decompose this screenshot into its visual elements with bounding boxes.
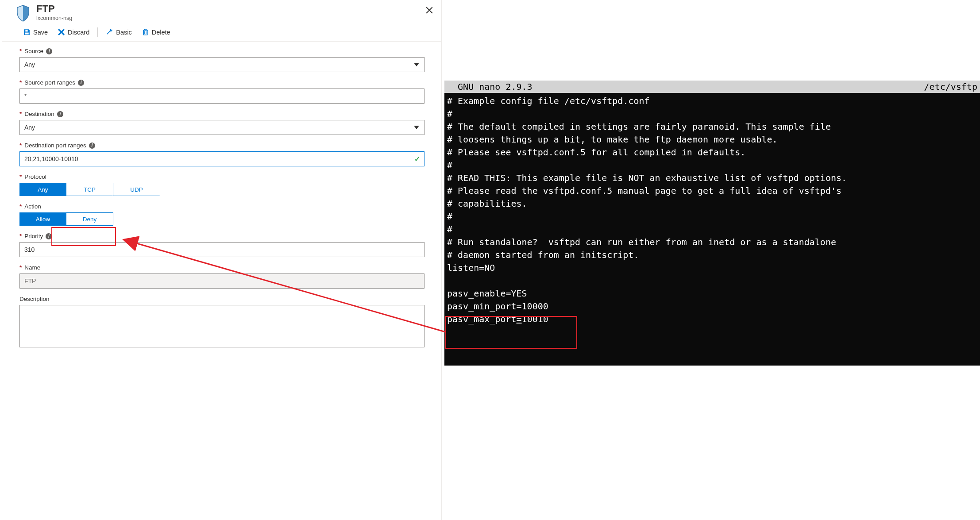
save-label: Save: [33, 29, 48, 36]
terminal-app-name: GNU nano 2.9.3: [447, 81, 532, 92]
panel-title: FTP: [36, 4, 72, 14]
close-button[interactable]: [425, 6, 433, 16]
name-label: Name: [24, 264, 40, 271]
terminal-file-path: /etc/vsftp: [924, 81, 977, 92]
description-label: Description: [19, 296, 50, 302]
priority-field: * Priority i: [19, 233, 424, 257]
discard-label: Discard: [68, 29, 89, 36]
terminal-content[interactable]: # Example config file /etc/vsftpd.conf #…: [444, 93, 980, 366]
action-label: Action: [24, 203, 41, 210]
action-option-allow[interactable]: Allow: [19, 212, 66, 226]
svg-rect-0: [25, 30, 27, 31]
info-icon[interactable]: i: [57, 111, 63, 117]
delete-button[interactable]: Delete: [138, 27, 174, 38]
panel-header: FTP lxcommon-nsg: [2, 0, 441, 25]
source-port-ranges-field: * Source port ranges i: [19, 79, 424, 104]
required-marker: *: [19, 48, 22, 54]
source-select[interactable]: Any: [19, 57, 424, 72]
required-marker: *: [19, 79, 22, 86]
delete-label: Delete: [152, 29, 170, 36]
required-marker: *: [19, 233, 22, 239]
action-option-deny[interactable]: Deny: [66, 212, 113, 226]
save-button[interactable]: Save: [19, 27, 51, 38]
info-icon[interactable]: i: [78, 80, 84, 86]
basic-label: Basic: [116, 29, 131, 36]
destination-port-ranges-label: Destination port ranges: [24, 142, 86, 149]
protocol-label: Protocol: [24, 173, 46, 180]
description-field: Description: [19, 296, 424, 349]
protocol-field: * Protocol Any TCP UDP: [19, 173, 424, 196]
required-marker: *: [19, 203, 22, 210]
name-input: [19, 273, 424, 289]
trash-icon: [142, 28, 149, 36]
shield-icon: [16, 4, 30, 21]
protocol-option-udp[interactable]: UDP: [113, 183, 160, 196]
required-marker: *: [19, 111, 22, 117]
destination-select[interactable]: Any: [19, 120, 424, 135]
info-icon[interactable]: i: [46, 233, 52, 239]
basic-button[interactable]: Basic: [102, 27, 135, 38]
destination-field: * Destination i Any: [19, 111, 424, 135]
name-field: * Name: [19, 264, 424, 289]
destination-port-ranges-input[interactable]: [19, 151, 424, 166]
discard-button[interactable]: Discard: [54, 27, 93, 38]
destination-port-ranges-field: * Destination port ranges i ✓: [19, 142, 424, 166]
source-port-ranges-input[interactable]: [19, 89, 424, 104]
command-bar: Save Discard Basic Delete: [2, 25, 441, 41]
wrench-icon: [106, 28, 113, 36]
terminal-titlebar: GNU nano 2.9.3 /etc/vsftp: [444, 81, 980, 93]
priority-input[interactable]: [19, 242, 424, 257]
terminal-panel: GNU nano 2.9.3 /etc/vsftp # Example conf…: [442, 0, 980, 520]
protocol-option-tcp[interactable]: TCP: [66, 183, 113, 196]
required-marker: *: [19, 264, 22, 271]
priority-label: Priority: [24, 233, 43, 239]
discard-icon: [58, 28, 65, 36]
source-label: Source: [24, 48, 43, 54]
svg-rect-1: [25, 33, 29, 35]
source-port-ranges-label: Source port ranges: [24, 79, 75, 86]
description-textarea[interactable]: [19, 305, 424, 347]
save-icon: [23, 28, 31, 36]
required-marker: *: [19, 173, 22, 180]
required-marker: *: [19, 142, 22, 149]
action-field: * Action Allow Deny: [19, 203, 424, 226]
nsg-rule-panel: FTP lxcommon-nsg Save Discard: [0, 0, 442, 520]
source-field: * Source i Any: [19, 48, 424, 72]
info-icon[interactable]: i: [46, 48, 52, 54]
panel-subtitle: lxcommon-nsg: [36, 15, 72, 21]
command-separator: [97, 27, 98, 37]
protocol-option-any[interactable]: Any: [19, 183, 66, 196]
info-icon[interactable]: i: [89, 143, 95, 149]
destination-label: Destination: [24, 111, 54, 117]
